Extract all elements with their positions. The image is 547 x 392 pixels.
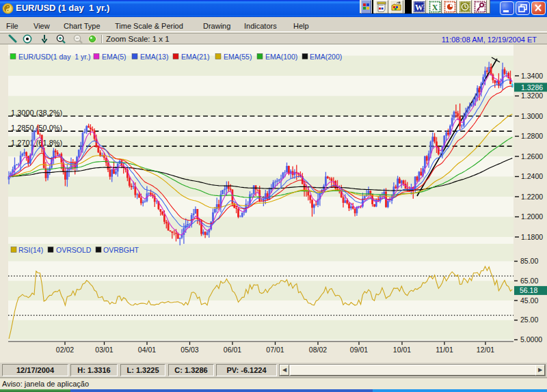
svg-text:25.00: 25.00 [520, 316, 538, 324]
svg-text:OVRBGHT: OVRBGHT [103, 246, 139, 254]
svg-text:EMA(200): EMA(200) [310, 53, 342, 61]
svg-text:EMA(21): EMA(21) [181, 53, 209, 61]
svg-text:1.3000: 1.3000 [521, 112, 543, 120]
svg-text:1.2000: 1.2000 [521, 212, 543, 221]
svg-text:5.0000: 5.0000 [520, 335, 542, 344]
svg-text:1.2200: 1.2200 [521, 193, 543, 201]
svg-text:03/01: 03/01 [95, 346, 113, 354]
svg-text:06/01: 06/01 [224, 346, 241, 354]
svg-text:EUR/USD(1 day 1 yr.): EUR/USD(1 day 1 yr.) [18, 53, 91, 61]
svg-text:EMA(5): EMA(5) [102, 53, 126, 61]
svg-text:1.2850 (50.0%): 1.2850 (50.0%) [11, 124, 62, 132]
svg-text:1.2400: 1.2400 [521, 172, 543, 180]
svg-text:X: X [432, 3, 438, 12]
svg-text:W: W [415, 3, 423, 12]
svg-text:EMA(100): EMA(100) [265, 53, 297, 61]
svg-text:RSI(14): RSI(14) [18, 246, 43, 254]
svg-text:07/01: 07/01 [266, 346, 284, 354]
svg-text:EMA(55): EMA(55) [224, 53, 252, 61]
svg-text:56.18: 56.18 [520, 286, 537, 294]
svg-text:85.00: 85.00 [520, 257, 538, 265]
svg-text:EMA(13): EMA(13) [140, 53, 168, 61]
svg-text:1.3400: 1.3400 [521, 72, 543, 80]
svg-text:05/03: 05/03 [181, 346, 198, 354]
svg-text:45.00: 45.00 [520, 296, 538, 305]
svg-text:10/01: 10/01 [393, 346, 411, 354]
svg-text:1.3000 (38.2%): 1.3000 (38.2%) [11, 109, 62, 117]
svg-text:11/01: 11/01 [436, 346, 453, 354]
svg-text:02/02: 02/02 [56, 346, 74, 354]
svg-text:OVRSOLD: OVRSOLD [56, 246, 92, 254]
svg-text:09/01: 09/01 [350, 346, 368, 354]
svg-text:1.3200: 1.3200 [521, 92, 543, 100]
svg-text:1.1800: 1.1800 [521, 233, 543, 241]
svg-text:1.2800: 1.2800 [521, 132, 543, 140]
svg-text:04/01: 04/01 [138, 346, 156, 354]
svg-text:1.2600: 1.2600 [521, 152, 543, 160]
svg-text:12/01: 12/01 [477, 346, 494, 354]
svg-text:65.00: 65.00 [520, 277, 538, 285]
svg-text:1.3286: 1.3286 [521, 83, 543, 92]
svg-text:08/02: 08/02 [309, 346, 327, 354]
